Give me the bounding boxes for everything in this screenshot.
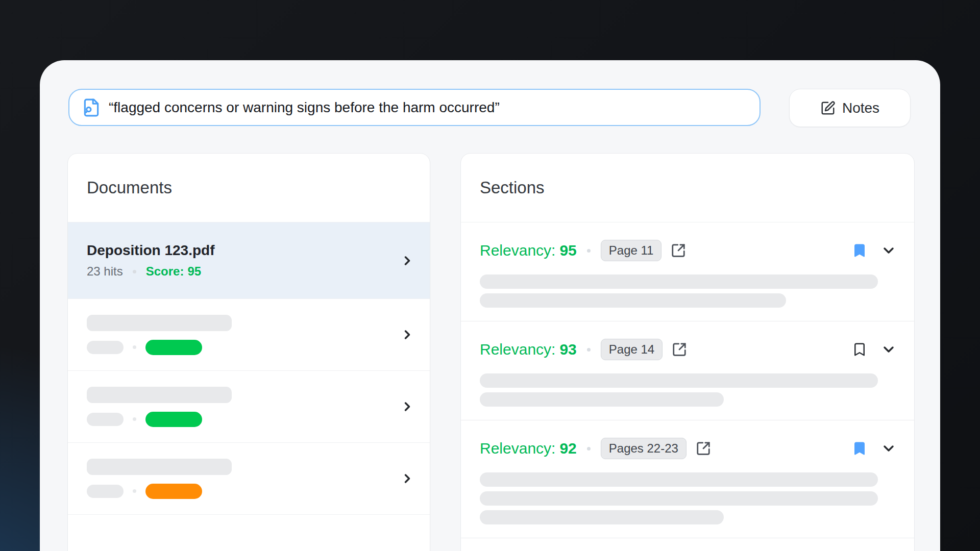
main-card: Notes Documents Deposition 123.pdf 23 hi… [40,60,940,551]
section-row: Relevancy:92 Pages 22-23 [461,420,914,538]
bookmark-icon-outline[interactable] [852,342,867,357]
dot-separator [133,345,136,349]
section-skeleton-lines [480,472,897,524]
skeleton-title-bar [87,387,232,403]
score-pill-green [145,412,202,427]
chevron-right-icon[interactable] [400,328,414,342]
chevron-right-icon[interactable] [400,471,414,486]
relevancy-value: 95 [559,242,576,259]
document-row-loading[interactable] [68,371,430,443]
chevron-right-icon[interactable] [400,399,414,414]
page-badge[interactable]: Pages 22-23 [601,438,687,459]
section-header: Relevancy:92 Pages 22-23 [480,438,897,459]
relevancy-label: Relevancy: [480,341,555,358]
skeleton-meta [87,340,232,355]
document-row-deposition[interactable]: Deposition 123.pdf 23 hits Score:95 [68,222,430,299]
dot-separator [587,447,591,450]
skeleton-line [480,293,786,308]
chevron-down-icon[interactable] [880,242,897,259]
skeleton-meta [87,412,232,427]
section-header: Relevancy:93 Page 14 [480,339,897,360]
document-skeleton [87,387,232,427]
bookmark-icon-filled[interactable] [852,243,867,258]
skeleton-line [480,373,878,388]
document-row-loading[interactable] [68,443,430,515]
bookmark-icon-filled[interactable] [852,441,867,456]
relevancy-value: 93 [559,341,576,358]
document-score: Score:95 [146,264,201,279]
page-badge[interactable]: Page 11 [601,240,662,261]
dot-separator [133,270,136,273]
notes-button[interactable]: Notes [789,89,911,127]
page-badge[interactable]: Page 14 [601,339,663,360]
section-row: Relevancy:95 Page 11 [461,222,914,321]
skeleton-title-bar [87,459,232,475]
score-pill-orange [145,484,202,499]
document-hits: 23 hits [87,264,123,279]
skeleton-line [480,274,878,289]
section-row-empty [461,538,914,551]
external-link-icon[interactable] [696,441,711,456]
square-pen-icon [820,101,836,116]
document-info: Deposition 123.pdf 23 hits Score:95 [87,242,214,279]
relevancy-label: Relevancy: [480,440,555,457]
document-title: Deposition 123.pdf [87,242,214,259]
dot-separator [587,249,591,253]
relevancy-score: Relevancy:95 [480,242,577,259]
document-meta: 23 hits Score:95 [87,264,214,279]
section-row: Relevancy:93 Page 14 [461,321,914,420]
relevancy-score: Relevancy:93 [480,341,577,358]
score-value: 95 [187,264,201,278]
document-row-empty [68,515,430,551]
document-skeleton [87,315,232,355]
section-skeleton-lines [480,274,897,308]
relevancy-value: 92 [559,440,576,457]
dot-separator [133,417,136,421]
dot-separator [133,489,136,493]
skeleton-hits-pill [87,485,124,498]
app-background: Notes Documents Deposition 123.pdf 23 hi… [0,0,980,551]
content-panels: Documents Deposition 123.pdf 23 hits Sco… [67,153,915,551]
file-search-icon [82,98,101,117]
score-pill-green [145,340,202,355]
relevancy-label: Relevancy: [480,242,555,259]
skeleton-hits-pill [87,341,124,354]
section-header: Relevancy:95 Page 11 [480,240,897,261]
section-actions [852,341,897,358]
top-bar: Notes [68,89,911,127]
document-row-loading[interactable] [68,299,430,371]
section-skeleton-lines [480,373,897,407]
documents-panel: Documents Deposition 123.pdf 23 hits Sco… [67,153,430,551]
section-actions [852,440,897,457]
dot-separator [587,348,591,352]
score-label: Score: [146,264,184,278]
external-link-icon[interactable] [672,342,687,357]
documents-panel-title: Documents [68,154,430,222]
search-input[interactable] [109,99,747,116]
skeleton-line [480,491,878,506]
skeleton-title-bar [87,315,232,331]
skeleton-meta [87,484,232,499]
skeleton-line [480,472,878,487]
skeleton-line [480,510,724,524]
external-link-icon[interactable] [671,243,686,258]
skeleton-hits-pill [87,413,124,426]
chevron-down-icon[interactable] [880,341,897,358]
notes-button-label: Notes [842,100,879,116]
document-skeleton [87,459,232,499]
skeleton-line [480,392,724,407]
relevancy-score: Relevancy:92 [480,440,577,457]
chevron-down-icon[interactable] [880,440,897,457]
chevron-right-icon[interactable] [400,254,414,268]
sections-panel: Sections Relevancy:95 Page 11 [460,153,915,551]
section-actions [852,242,897,259]
search-box[interactable] [68,89,761,126]
sections-panel-title: Sections [461,154,914,222]
